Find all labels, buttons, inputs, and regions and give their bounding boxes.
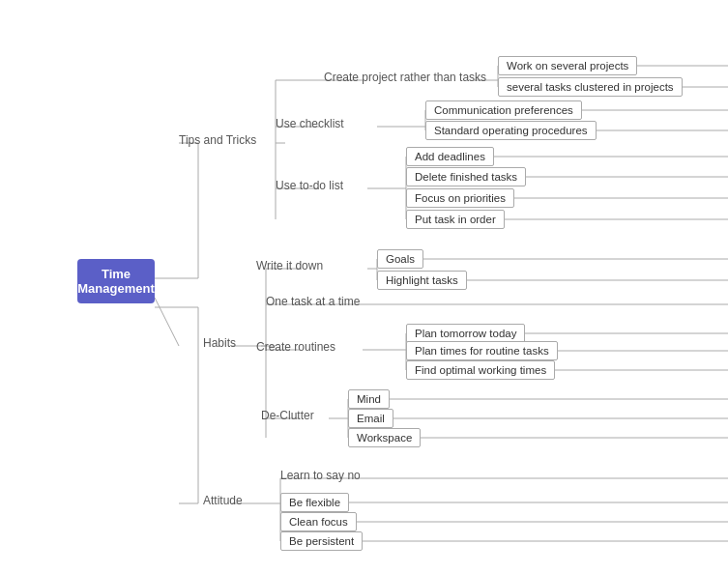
node-label: Write it down bbox=[256, 259, 323, 272]
mindmap-container: TimeManagementTips and TricksCreate proj… bbox=[0, 0, 728, 573]
root-node: TimeManagement bbox=[77, 259, 155, 303]
node-label: Focus on priorities bbox=[406, 188, 514, 208]
node-label: Attitude bbox=[203, 494, 243, 507]
node-label: Email bbox=[348, 409, 393, 428]
node-label: Be persistent bbox=[280, 531, 363, 551]
node-label: several tasks clustered in projects bbox=[498, 77, 683, 97]
node-label: Add deadlines bbox=[406, 147, 494, 166]
node-label: Mind bbox=[348, 389, 390, 409]
node-label: Put task in order bbox=[406, 210, 505, 229]
node-label: Highlight tasks bbox=[377, 271, 467, 290]
node-label: Clean focus bbox=[280, 512, 357, 531]
node-label: Create routines bbox=[256, 340, 335, 354]
node-label: Use to-do list bbox=[276, 179, 343, 192]
node-label: Goals bbox=[377, 249, 423, 269]
node-label: Tips and Tricks bbox=[179, 133, 256, 147]
node-label: Workspace bbox=[348, 428, 421, 447]
node-label: Communication preferences bbox=[425, 100, 582, 120]
node-label: Habits bbox=[203, 336, 236, 350]
node-label: Work on several projects bbox=[498, 56, 637, 75]
node-label: Create project rather than tasks bbox=[324, 71, 486, 84]
node-label: Be flexible bbox=[280, 493, 349, 512]
node-label: Standard operating procedures bbox=[425, 121, 597, 140]
node-label: Find optimal working times bbox=[406, 360, 555, 380]
node-label: Use checklist bbox=[276, 117, 344, 130]
node-label: One task at a time bbox=[266, 295, 360, 308]
node-label: Learn to say no bbox=[280, 469, 361, 482]
node-label: Plan tomorrow today bbox=[406, 324, 525, 343]
node-label: De-Clutter bbox=[261, 409, 314, 422]
page-title bbox=[0, 0, 728, 14]
node-label: Plan times for routine tasks bbox=[406, 341, 558, 360]
svg-line-3 bbox=[155, 298, 179, 346]
node-label: Delete finished tasks bbox=[406, 167, 526, 186]
